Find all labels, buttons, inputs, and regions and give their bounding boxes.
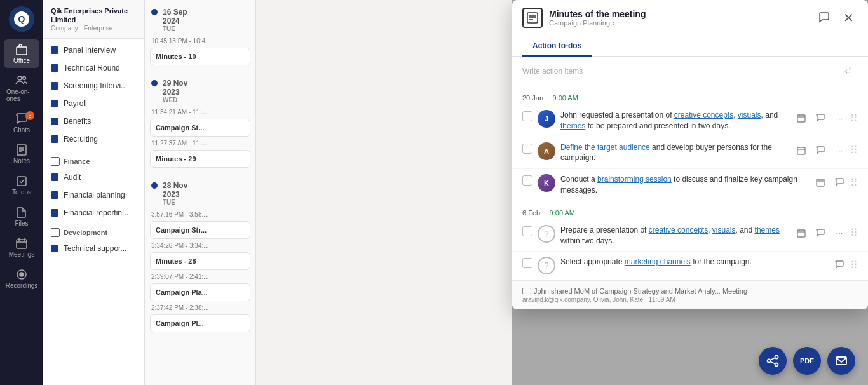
svg-rect-0	[17, 47, 27, 55]
sidebar-item-todos[interactable]: To-dos	[4, 171, 39, 199]
action-checkbox[interactable]	[522, 258, 532, 268]
meetings-panel: 16 Sep2024 TUE 10:45:13 PM - 10:4... Min…	[145, 0, 256, 385]
action-item: K Conduct a brainstorming session to dis…	[512, 169, 868, 201]
svg-rect-34	[817, 179, 824, 186]
drag-handle[interactable]: ⠿	[850, 144, 858, 156]
sidebar-item-one-on-ones[interactable]: One-on-ones	[4, 71, 39, 106]
meeting-date-group: 16 Sep2024 TUE 10:45:13 PM - 10:4... Min…	[145, 0, 255, 71]
footer-recipients: aravind.k@qik.company, Olivia, John, Kat…	[522, 296, 858, 303]
nav-icon	[51, 245, 58, 252]
action-input[interactable]	[522, 67, 834, 76]
notes-icon	[15, 144, 28, 156]
modal-overlay: Minutes of the meeting Campaign Planning…	[512, 0, 868, 385]
unknown-user-avatar: ?	[538, 225, 555, 243]
nav-group-finance: Finance	[43, 151, 144, 168]
sidebar-item-recordings[interactable]: Recordings	[4, 264, 39, 293]
meeting-card[interactable]: Minutes - 29	[150, 150, 250, 168]
meeting-time: 2:37:42 PM - 2:38:...	[145, 303, 255, 313]
nav-item-audit[interactable]: Audit	[43, 168, 144, 186]
recordings-icon	[15, 268, 28, 281]
comment-item-button[interactable]	[831, 257, 848, 273]
meeting-time: 11:27:37 AM - 11:...	[145, 138, 255, 148]
nav-label: Screening Intervi...	[64, 81, 127, 90]
calendar-button[interactable]	[812, 174, 829, 191]
nav-item-technical-round[interactable]: Technical Round	[43, 59, 144, 77]
sidebar-item-label: Files	[15, 220, 28, 227]
meeting-card[interactable]: Minutes - 10	[150, 48, 250, 65]
sidebar-item-office[interactable]: Office	[4, 39, 39, 68]
nav-label: Technical Round	[64, 64, 120, 72]
sidebar-item-notes[interactable]: Notes	[4, 140, 39, 168]
avatar: K	[538, 174, 555, 192]
company-logo[interactable]: Q	[9, 6, 34, 32]
nav-item-technical-support[interactable]: Technical suppor...	[43, 240, 144, 257]
sidebar-item-meetings[interactable]: Meetings	[4, 233, 39, 262]
sidebar-item-label: One-on-ones	[6, 88, 37, 102]
action-item: ? Select appropriate marketing channels …	[512, 252, 868, 280]
modal-footer: John shared MoM of Campaign Strategy and…	[512, 280, 868, 309]
comment-item-button[interactable]	[831, 174, 848, 191]
action-text: Conduct a brainstorming session to discu…	[560, 174, 807, 196]
chat-badge: 6	[25, 111, 34, 120]
nav-icon	[51, 173, 58, 181]
action-checkbox[interactable]	[522, 111, 532, 121]
date-section-jan: 20 Jan 9:00 AM	[512, 86, 868, 105]
nav-item-panel-interview[interactable]: Panel Interview	[43, 41, 144, 59]
sidebar-item-chats[interactable]: 6 Chats	[4, 109, 39, 137]
footer-shared-info: John shared MoM of Campaign Strategy and…	[522, 287, 858, 295]
action-controls: ··· ⠿	[793, 110, 858, 126]
comment-button[interactable]	[815, 8, 834, 27]
action-checkbox[interactable]	[522, 144, 532, 154]
nav-item-payroll[interactable]: Payroll	[43, 95, 144, 112]
meetings-icon	[15, 237, 28, 250]
modal-title-block: Minutes of the meeting Campaign Planning…	[549, 9, 808, 27]
nav-group-development: Development	[43, 222, 144, 240]
more-options-button[interactable]: ···	[831, 142, 848, 159]
action-controls: ··· ⠿	[793, 142, 858, 159]
more-options-button[interactable]: ···	[831, 110, 848, 126]
nav-label: Recruiting	[64, 135, 98, 144]
nav-item-benefits[interactable]: Benefits	[43, 112, 144, 130]
modal: Minutes of the meeting Campaign Planning…	[512, 0, 868, 309]
comment-item-button[interactable]	[812, 225, 829, 241]
nav-item-recruiting[interactable]: Recruiting	[43, 130, 144, 148]
drag-handle[interactable]: ⠿	[850, 227, 858, 239]
nav-item-financial-planning[interactable]: Financial planning	[43, 186, 144, 204]
meeting-card[interactable]: Minutes - 28	[150, 252, 250, 270]
action-checkbox[interactable]	[522, 226, 532, 236]
more-options-button[interactable]: ···	[831, 225, 848, 241]
comment-item-button[interactable]	[812, 142, 829, 159]
drag-handle[interactable]: ⠿	[850, 259, 858, 271]
meeting-card[interactable]: Campaign Pl...	[150, 314, 250, 332]
drag-handle[interactable]: ⠿	[850, 112, 858, 125]
time-label: 9:00 AM	[552, 94, 578, 102]
action-text: Select appropriate marketing channels fo…	[560, 257, 826, 267]
send-icon[interactable]: ⏎	[839, 62, 858, 81]
company-name: Qik Enterprises Private Limited	[51, 6, 137, 25]
nav-icon	[51, 191, 58, 199]
calendar-button[interactable]	[793, 225, 810, 241]
meeting-dot	[151, 9, 158, 15]
nav-icon	[51, 135, 58, 143]
close-button[interactable]: ✕	[839, 8, 858, 27]
office-icon	[15, 43, 28, 56]
nav-item-screening[interactable]: Screening Intervi...	[43, 77, 144, 95]
meeting-time: 2:39:07 PM - 2:41:...	[145, 272, 255, 281]
calendar-button[interactable]	[793, 142, 810, 159]
drag-handle[interactable]: ⠿	[850, 177, 858, 189]
comment-item-button[interactable]	[812, 110, 829, 126]
modal-title: Minutes of the meeting	[549, 9, 808, 19]
calendar-button[interactable]	[793, 110, 810, 126]
meeting-time: 3:57:16 PM - 3:58:...	[145, 210, 255, 219]
nav-section-main: Panel Interview Technical Round Screenin…	[43, 39, 144, 151]
nav-item-financial-reporting[interactable]: Financial reportin...	[43, 204, 144, 222]
main-content: Minutes of the meeting Campaign Planning…	[256, 0, 868, 385]
sidebar-item-files[interactable]: Files	[4, 202, 39, 231]
tab-action-todos[interactable]: Action to-dos	[522, 36, 592, 57]
meeting-card[interactable]: Campaign Pla...	[150, 283, 250, 301]
meeting-day: TUE	[163, 25, 187, 32]
meeting-card-campaign-st[interactable]: Campaign St...	[150, 119, 250, 137]
meeting-card[interactable]: Campaign Str...	[150, 221, 250, 239]
sidebar-item-label: To-dos	[12, 189, 31, 196]
action-checkbox[interactable]	[522, 175, 532, 186]
